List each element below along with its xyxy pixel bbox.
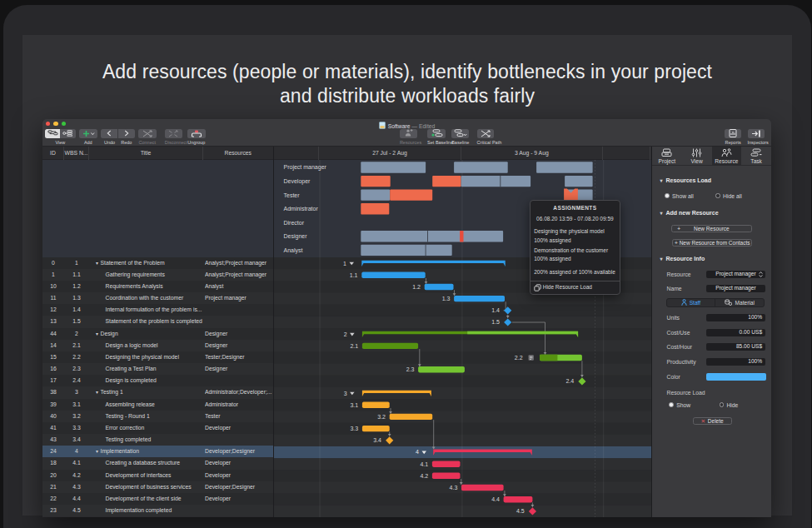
svg-text:4.3: 4.3	[449, 484, 457, 490]
svg-text:Administrator: Administrator	[283, 206, 318, 212]
svg-text:2.3: 2.3	[406, 366, 414, 372]
svg-text:2.1: 2.1	[350, 342, 358, 348]
svg-text:3.4: 3.4	[373, 437, 381, 443]
svg-text:3.1: 3.1	[350, 401, 358, 407]
svg-text:4.5: 4.5	[516, 508, 524, 514]
svg-text:2.4: 2.4	[565, 378, 574, 384]
svg-text:1.2: 1.2	[412, 283, 421, 289]
svg-text:2: 2	[343, 331, 346, 336]
svg-text:1.1: 1.1	[349, 271, 357, 277]
svg-text:4.1: 4.1	[420, 461, 428, 466]
svg-text:Analyst: Analyst	[283, 247, 302, 253]
svg-text:4.4: 4.4	[491, 496, 500, 502]
svg-text:1.3: 1.3	[441, 296, 450, 301]
svg-text:4: 4	[416, 449, 419, 455]
svg-text:Designer: Designer	[283, 233, 307, 240]
svg-text:Developer: Developer	[283, 178, 311, 185]
svg-text:2.2: 2.2	[514, 354, 522, 360]
svg-text:4.2: 4.2	[420, 472, 428, 478]
svg-text:Project manager: Project manager	[283, 164, 326, 171]
svg-text:1: 1	[343, 260, 346, 266]
svg-text:Tester: Tester	[283, 192, 300, 197]
svg-text:1.5: 1.5	[491, 319, 500, 325]
svg-text:3: 3	[343, 390, 346, 396]
svg-text:3.3: 3.3	[350, 426, 358, 431]
svg-text:Director: Director	[283, 219, 304, 225]
svg-text:1.4: 1.4	[491, 307, 500, 313]
svg-text:3.2: 3.2	[377, 413, 386, 419]
